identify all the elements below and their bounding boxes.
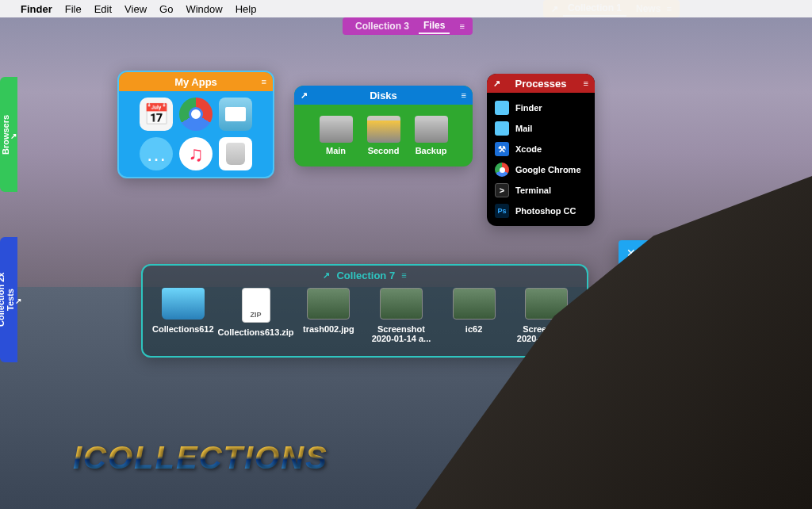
disk-icon [415,116,448,143]
image-thumbnail [307,288,350,320]
pill-tab-collection3[interactable]: Collection 3 [350,19,414,33]
file-label: ic62 [465,324,482,334]
menu-file[interactable]: File [65,3,82,15]
panel-disks[interactable]: ↗ Disks ≡ MainSecondBackup [294,86,473,166]
file-item[interactable]: Screenshot 2020-01-14 a... [369,288,434,343]
disk-label: Second [368,146,400,155]
file-label: Collections613.zip [218,327,294,337]
popout-icon[interactable]: ↗ [493,78,500,89]
menu-icon[interactable]: ≡ [401,270,406,280]
panel-collection7[interactable]: ↗ Collection 7 ≡ Collections612ZIPCollec… [141,264,588,358]
file-item[interactable]: trash002.jpg [297,288,362,343]
process-item[interactable]: Google Chrome [492,159,590,180]
pill-tab-files[interactable]: Files [419,18,450,34]
zip-icon: ZIP [242,288,270,323]
panel-processes[interactable]: ↗ Processes ≡ FinderMail⚒XcodeGoogle Chr… [487,74,595,226]
music-icon[interactable]: ♫ [179,137,213,170]
process-item[interactable]: ⚒Xcode [492,139,590,159]
panel-header[interactable]: ↗ Processes ≡ [487,74,595,93]
process-item[interactable]: >Terminal [492,180,590,201]
image-thumbnail [380,288,423,320]
panel-my-apps[interactable]: My Apps ≡ 📅…♫ [117,71,274,178]
file-item[interactable]: Collections612 [151,288,216,343]
disk-icon [320,116,353,143]
chrome-icon[interactable] [179,98,213,131]
popout-icon[interactable]: ↗ [10,132,17,140]
menu-icon[interactable]: ≡ [584,78,588,88]
panel-title: Collection 7 [336,270,395,281]
process-label: Google Chrome [515,165,581,174]
sidetab-label: Browsers [1,114,10,154]
panel-title: My Apps [174,76,217,88]
file-label: trash002.jpg [303,324,354,334]
panel-header[interactable]: My Apps ≡ [119,72,273,91]
trash-icon[interactable] [219,137,252,170]
panel-body: FinderMail⚒XcodeGoogle Chrome>TerminalPs… [487,93,595,226]
panel-title: Processes [515,78,566,90]
process-item[interactable]: Finder [492,98,590,118]
process-label: Photoshop CC [515,206,576,216]
sidetab-browsers[interactable]: Browsers ↗ [0,77,17,192]
disk-item[interactable]: Backup [415,116,448,155]
terminal-icon: > [495,183,509,197]
process-label: Terminal [515,186,551,195]
menu-icon[interactable]: ≡ [462,90,466,100]
panel-title: Disks [370,90,397,101]
image-thumbnail [453,288,496,320]
panel-body: MainSecondBackup [294,105,473,166]
file-item[interactable]: ic62 [442,288,507,343]
menu-window[interactable]: Window [186,3,222,15]
file-label: Screenshot 2020-01-14 a... [369,324,434,343]
menu-edit[interactable]: Edit [94,3,112,15]
disk-label: Main [326,146,346,155]
messages-icon[interactable]: … [140,137,173,170]
sidetab-label-2[interactable]: Tests [6,289,15,311]
process-label: Finder [515,103,542,113]
process-item[interactable]: PsPhotoshop CC [492,201,590,221]
finder-icon [495,101,509,115]
panel-body: 📅…♫ [119,91,273,177]
menu-icon[interactable]: ≡ [262,77,266,86]
menu-view[interactable]: View [124,3,147,15]
process-item[interactable]: Mail [492,118,590,139]
process-label: Mail [515,124,532,133]
disk-item[interactable]: Second [367,116,400,155]
mail-icon [495,121,509,136]
calendar-icon[interactable]: 📅 [140,98,173,131]
menu-icon[interactable]: ≡ [460,21,465,31]
sidetab-label-1[interactable]: Collection 2x [0,273,6,327]
disk-icon [367,116,400,143]
file-item[interactable]: ZIPCollections613.zip [224,288,289,343]
process-label: Xcode [515,144,542,154]
disk-item[interactable]: Main [320,116,353,155]
menu-help[interactable]: Help [236,3,257,15]
sidetab-collection2x[interactable]: Collection 2x Tests ↗ [0,237,17,362]
popout-icon[interactable]: ↗ [323,270,330,281]
menubar-app[interactable]: Finder [21,3,52,15]
mail-icon[interactable] [219,98,252,131]
chrome-icon [495,163,509,177]
panel-body: Collections612ZIPCollections613.ziptrash… [143,285,587,346]
menubar: Finder File Edit View Go Window Help [0,0,812,17]
popout-icon[interactable]: ↗ [301,90,308,101]
photoshop-icon: Ps [495,204,509,218]
logo-icollections: ICOLLECTIONS [73,440,328,476]
menu-go[interactable]: Go [159,3,173,15]
folder-icon [162,288,205,320]
panel-header[interactable]: ↗ Disks ≡ [294,86,473,105]
xcode-icon: ⚒ [495,142,509,156]
popout-icon[interactable]: ↗ [15,297,21,306]
disk-label: Backup [416,146,447,155]
top-pill-purple[interactable]: Collection 3 Files ≡ [343,17,473,35]
panel-header[interactable]: ↗ Collection 7 ≡ [143,266,587,285]
file-label: Collections612 [152,324,214,334]
